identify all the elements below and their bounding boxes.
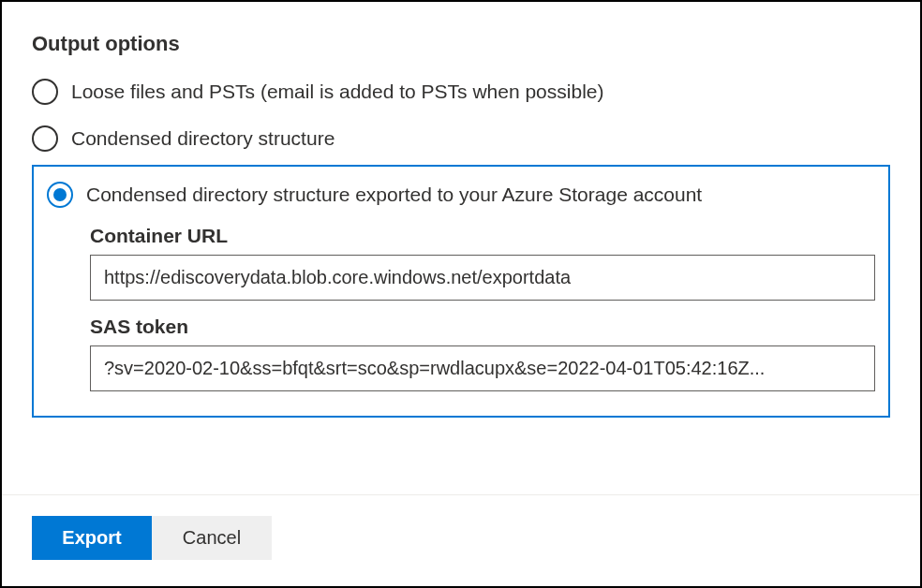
output-options-title: Output options bbox=[32, 32, 890, 56]
radio-label-condensed-azure: Condensed directory structure exported t… bbox=[86, 184, 702, 206]
container-url-label: Container URL bbox=[90, 225, 875, 247]
footer: Export Cancel bbox=[2, 494, 920, 586]
radio-condensed[interactable]: Condensed directory structure bbox=[32, 125, 890, 152]
radio-selected-icon bbox=[47, 182, 73, 208]
radio-label-condensed: Condensed directory structure bbox=[71, 127, 335, 150]
radio-loose-files[interactable]: Loose files and PSTs (email is added to … bbox=[32, 79, 890, 105]
export-button[interactable]: Export bbox=[32, 516, 152, 560]
sas-token-input[interactable] bbox=[90, 345, 875, 391]
sas-token-label: SAS token bbox=[90, 316, 875, 338]
cancel-button[interactable]: Cancel bbox=[152, 516, 272, 560]
radio-icon bbox=[32, 125, 58, 152]
container-url-input[interactable] bbox=[90, 255, 875, 301]
radio-condensed-azure[interactable]: Condensed directory structure exported t… bbox=[47, 182, 875, 208]
radio-icon bbox=[32, 79, 58, 105]
radio-label-loose-files: Loose files and PSTs (email is added to … bbox=[71, 81, 603, 103]
selected-option-panel: Condensed directory structure exported t… bbox=[32, 165, 890, 418]
